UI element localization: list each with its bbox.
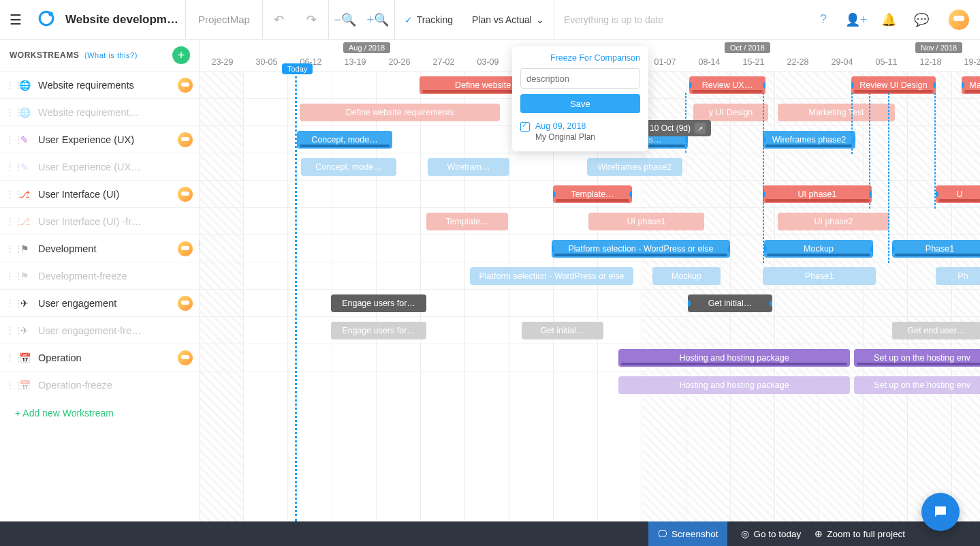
drag-handle-icon[interactable]: ⋮⋮ xyxy=(5,165,11,169)
gantt-bar[interactable]: Ph xyxy=(936,267,980,285)
gantt-bar[interactable]: Set up on the hosting env xyxy=(854,376,980,394)
workstream-row[interactable]: ⋮⋮ ✎ User Experience (UX… xyxy=(0,153,200,180)
gantt-bar[interactable]: Get initial… xyxy=(688,294,772,312)
dependency-dot-icon[interactable] xyxy=(629,191,632,198)
gantt-bar[interactable]: Platform selection - WordPress or else xyxy=(552,240,730,258)
dependency-dot-icon[interactable] xyxy=(553,191,556,198)
gantt-bar[interactable]: Mockup xyxy=(764,240,873,258)
drag-handle-icon[interactable]: ⋮⋮ xyxy=(5,383,11,387)
gantt-bar[interactable]: Hosting and hosting package xyxy=(618,349,850,367)
workstream-row[interactable]: ⋮⋮ 🌐 Website requirements xyxy=(0,71,200,98)
workstream-row[interactable]: ⋮⋮ ⎇ User Interface (UI) xyxy=(0,180,200,207)
dependency-dot-icon[interactable] xyxy=(688,300,691,307)
project-title[interactable]: Website developm… xyxy=(61,13,185,27)
plan-vs-actual-dropdown[interactable]: Plan vs Actual⌄ xyxy=(462,14,554,25)
gantt-bar[interactable]: Mockup xyxy=(652,267,721,285)
gantt-bar[interactable]: Wireframes phase2 xyxy=(587,158,682,176)
workstream-row[interactable]: ⋮⋮ ⚑ Development-freeze xyxy=(0,262,200,289)
gantt-bar[interactable]: Review UX… xyxy=(689,76,765,94)
add-workstream-link[interactable]: + Add new Workstream xyxy=(0,398,200,428)
dependency-dot-icon[interactable] xyxy=(727,245,730,252)
gantt-bar[interactable]: UI phase1 xyxy=(763,185,872,203)
app-logo[interactable] xyxy=(31,10,61,30)
owner-avatar[interactable] xyxy=(178,350,193,365)
drag-handle-icon[interactable]: ⋮⋮ xyxy=(5,138,11,142)
drag-handle-icon[interactable]: ⋮⋮ xyxy=(5,110,11,115)
drag-handle-icon[interactable]: ⋮⋮ xyxy=(5,329,11,333)
zoom-in-icon[interactable]: +🔍 xyxy=(362,0,394,40)
help-icon[interactable]: ? xyxy=(807,0,840,40)
gantt-bar[interactable]: Engage users for… xyxy=(331,294,426,312)
splitter-handle[interactable]: ⋮⋮ xyxy=(195,241,203,248)
gantt-bar[interactable]: Template… xyxy=(426,213,508,230)
gantt-bar[interactable]: UI phase2 xyxy=(778,213,889,230)
workstream-row[interactable]: ⋮⋮ 🌐 Website requirement… xyxy=(0,98,200,125)
dependency-dot-icon[interactable] xyxy=(870,245,873,252)
gantt-bar[interactable]: Engage users for… xyxy=(331,322,426,339)
workstream-row[interactable]: ⋮⋮ ✎ User Experience (UX) xyxy=(0,125,200,153)
gantt-bar[interactable]: Platform selection - WordPress or else xyxy=(470,267,633,285)
bell-icon[interactable]: 🔔 xyxy=(872,0,905,40)
owner-avatar[interactable] xyxy=(178,78,193,93)
gantt-bar[interactable]: Template… xyxy=(553,185,632,203)
checkbox-icon[interactable] xyxy=(520,122,530,132)
workstream-row[interactable]: ⋮⋮ ✈ User engagement-fre… xyxy=(0,316,200,344)
drag-handle-icon[interactable]: ⋮⋮ xyxy=(5,219,11,224)
dependency-dot-icon[interactable] xyxy=(933,82,936,89)
chat-fab[interactable] xyxy=(921,493,960,531)
drag-handle-icon[interactable]: ⋮⋮ xyxy=(5,192,11,196)
dependency-dot-icon[interactable] xyxy=(892,245,895,252)
dependency-dot-icon[interactable] xyxy=(962,82,964,89)
workstream-row[interactable]: ⋮⋮ ✈ User engagement xyxy=(0,289,200,316)
workstream-row[interactable]: ⋮⋮ ⎇ User Interface (UI) -fr… xyxy=(0,207,200,234)
menu-icon[interactable]: ☰ xyxy=(0,12,31,28)
dependency-dot-icon[interactable] xyxy=(552,245,554,252)
add-user-icon[interactable]: 👤+ xyxy=(840,0,872,40)
zoom-out-icon[interactable]: −🔍 xyxy=(329,0,362,40)
gantt-bar[interactable]: y UI Design xyxy=(693,104,768,121)
gantt-bar[interactable]: Marketing Test xyxy=(778,104,895,121)
workstream-row[interactable]: ⋮⋮ 📅 Operation xyxy=(0,344,200,371)
gantt-bar[interactable]: Hosting and hosting package xyxy=(618,376,850,394)
save-button[interactable]: Save xyxy=(520,94,640,113)
gantt-bar[interactable]: Ma xyxy=(962,76,980,94)
dependency-dot-icon[interactable] xyxy=(689,82,692,89)
view-tab-projectmap[interactable]: ProjectMap xyxy=(186,0,262,40)
gantt-bar[interactable]: Set up on the hosting env xyxy=(854,349,980,367)
drag-handle-icon[interactable]: ⋮⋮ xyxy=(5,356,11,360)
help-link[interactable]: (What is this?) xyxy=(84,51,138,59)
owner-avatar[interactable] xyxy=(178,296,193,311)
avatar[interactable] xyxy=(949,10,969,30)
gantt-chart[interactable]: Aug / 2018Oct / 2018Nov / 2018 23-2930-0… xyxy=(200,40,980,521)
dependency-dot-icon[interactable] xyxy=(764,245,767,252)
gantt-bar[interactable]: UI phase1 xyxy=(588,213,704,230)
redo-icon[interactable]: ↷ xyxy=(296,0,328,40)
go-today-button[interactable]: ◎Go to today xyxy=(741,528,801,539)
gantt-bar[interactable]: U xyxy=(936,185,980,203)
gantt-bar[interactable]: Wirefram… xyxy=(428,158,509,176)
add-workstream-button[interactable]: + xyxy=(172,46,190,64)
dependency-dot-icon[interactable] xyxy=(936,191,938,198)
gantt-bar[interactable]: Concept, mode… xyxy=(297,131,392,149)
dependency-dot-icon[interactable] xyxy=(853,136,855,143)
chat-icon[interactable]: 💬 xyxy=(905,0,938,40)
open-icon[interactable]: ↗ xyxy=(695,123,706,134)
dependency-dot-icon[interactable] xyxy=(763,82,765,89)
screenshot-button[interactable]: 🖵Screenshot xyxy=(648,521,727,546)
workstream-row[interactable]: ⋮⋮ 📅 Operation-freeze xyxy=(0,371,200,398)
freeze-link[interactable]: Freeze For Comparison xyxy=(520,53,640,63)
zoom-full-button[interactable]: ⊕Zoom to full project xyxy=(815,528,905,539)
undo-icon[interactable]: ↶ xyxy=(263,0,296,40)
gantt-bar[interactable]: Concept, mode… xyxy=(301,158,396,176)
gantt-bar[interactable]: Wireframes phase2 xyxy=(763,131,855,149)
snapshot-entry[interactable]: Aug 09, 2018 My Original Plan xyxy=(520,121,640,142)
gantt-bar[interactable]: Get end user… xyxy=(892,322,980,339)
tracking-toggle[interactable]: ✓Tracking xyxy=(395,14,462,25)
workstream-row[interactable]: ⋮⋮ ⚑ Development xyxy=(0,234,200,262)
dependency-dot-icon[interactable] xyxy=(770,300,772,307)
gantt-bar[interactable]: Get initial… xyxy=(522,322,603,339)
owner-avatar[interactable] xyxy=(178,132,193,147)
drag-handle-icon[interactable]: ⋮⋮ xyxy=(5,247,11,251)
owner-avatar[interactable] xyxy=(178,187,193,202)
dependency-dot-icon[interactable] xyxy=(851,82,854,89)
